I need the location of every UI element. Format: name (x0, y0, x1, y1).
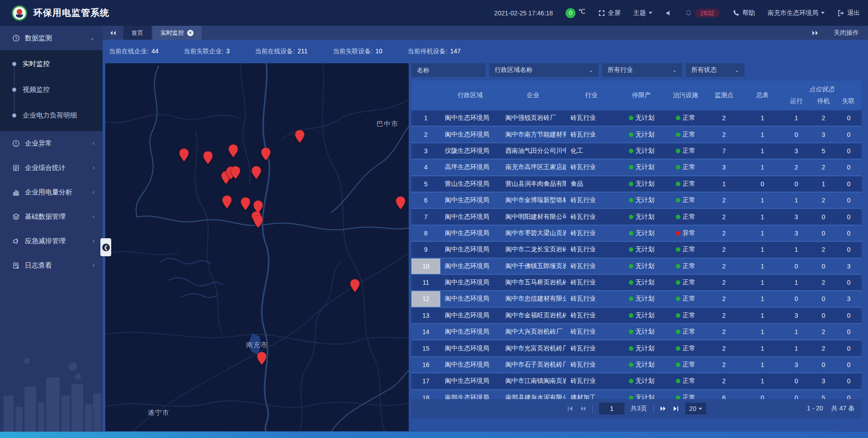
map-pin[interactable] (251, 166, 261, 179)
map-pin[interactable] (257, 352, 267, 365)
sidebar-group[interactable]: 企业异常‹ (0, 131, 103, 155)
table-row[interactable]: 13阆中生态环境局阆中市金福旺页岩机砖砖瓦行业无计划正常21300 (411, 308, 862, 324)
total-meters-cell: 1 (743, 328, 782, 335)
page-size-select[interactable]: 20 (685, 403, 706, 414)
map-pin[interactable] (179, 148, 189, 162)
map-pin[interactable] (350, 279, 360, 292)
sidebar-group[interactable]: 基础数据管理‹ (0, 204, 103, 229)
close-operations-button[interactable]: 关闭操作 (834, 29, 859, 37)
halt-status-cell: 无计划 (617, 180, 666, 188)
monitor-points-cell: 2 (705, 197, 743, 204)
table-row[interactable]: 6阆中生态环境局阆中市金博瑞新型墙材砖瓦行业无计划正常21120 (411, 193, 862, 209)
stopped-count-cell: 0 (811, 230, 836, 237)
facility-status-cell: 正常 (666, 131, 705, 139)
company-cell: 阆中市忠信建材有限公 (500, 295, 566, 303)
table-row[interactable]: 14阆中生态环境局阆中大兴页岩机砖厂砖瓦行业无计划正常21120 (411, 324, 862, 340)
facility-status-cell: 正常 (666, 377, 705, 385)
page-number-input[interactable] (599, 403, 624, 414)
table-row[interactable]: 16阆中生态环境局阆中市石子页岩机砖厂砖瓦行业无计划正常21300 (411, 357, 862, 373)
tabs-scroll-right-button[interactable] (812, 30, 818, 36)
table-row[interactable]: 7阆中生态环境局阆中明阳建材有限公司砖瓦行业无计划正常21300 (411, 209, 862, 225)
sidebar-subitem[interactable]: 实时监控 (0, 51, 103, 77)
monitor-points-cell: 2 (705, 114, 743, 122)
map-pin[interactable] (228, 144, 238, 158)
tabs-scroll-left-button[interactable] (103, 26, 123, 40)
table-row[interactable]: 8阆中生态环境局阆中市枣碧大梁山页岩砖瓦行业无计划异常21300 (411, 226, 862, 242)
notification-bell[interactable]: 2632 (685, 9, 720, 18)
lost-count-cell: 0 (836, 312, 862, 319)
facility-status-cell: 正常 (666, 328, 705, 336)
industry-cell: 砖瓦行业 (566, 311, 617, 320)
main-content: 当前在线企业:44当前失联企业:3当前在线设备:211当前失联设备:10当前停机… (103, 40, 868, 432)
table-row[interactable]: 5营山生态环境局营山县润丰肉食品有限食品无计划正常10010 (411, 176, 862, 193)
chevron-down-icon: ⌄ (667, 67, 677, 73)
sidebar-subitem-label: 企业电力负荷明细 (23, 111, 77, 120)
column-subheaders: 运行停机失联 (782, 97, 862, 105)
region-filter-select[interactable]: 行政区域名称 ⌄ (489, 63, 599, 77)
speaker-icon[interactable] (665, 9, 672, 17)
map-pin[interactable] (241, 197, 250, 211)
sidebar-group-label: 企业综合统计 (25, 164, 66, 172)
map-pin[interactable] (231, 166, 241, 179)
table-row[interactable]: 17阆中生态环境局阆中市江南镇阆南页岩砖瓦行业无计划正常21030 (411, 373, 862, 390)
help-button[interactable]: 帮助 (732, 9, 755, 17)
sidebar-subitem[interactable]: 视频监控 (0, 77, 103, 103)
status-filter-select[interactable]: 所有状态 ⌄ (686, 63, 745, 77)
name-search-input[interactable] (417, 66, 480, 74)
tab-close-icon[interactable]: × (187, 30, 193, 36)
sidebar-group[interactable]: 企业用电量分析‹ (0, 180, 103, 204)
map-roads (105, 63, 409, 431)
prev-page-button[interactable] (580, 405, 586, 412)
sidebar-group[interactable]: 应急减排管理‹ (0, 229, 103, 253)
next-page-button[interactable] (660, 405, 666, 412)
table-row[interactable]: 2阆中生态环境局阆中市南方节能建材有砖瓦行业无计划正常21030 (411, 127, 862, 143)
table-row[interactable]: 12阆中生态环境局阆中市忠信建材有限公砖瓦行业无计划正常21003 (411, 291, 862, 307)
map-pin[interactable] (203, 151, 213, 165)
map-city-label: 遂宁市 (147, 409, 169, 417)
sidebar-collapse-button[interactable]: ❮ (100, 238, 111, 256)
map-pin[interactable] (396, 196, 406, 210)
status-dot (676, 231, 680, 235)
map-pin[interactable] (261, 147, 271, 161)
sidebar-group-label: 基础数据管理 (25, 212, 66, 221)
fullscreen-button[interactable]: 全屏 (598, 9, 621, 17)
tab-realtime-monitor[interactable]: 实时监控 × (152, 26, 202, 40)
industry-cell: 砖瓦行业 (566, 213, 617, 221)
table-row[interactable]: 1阆中生态环境局阆中强锐页岩砖厂砖瓦行业无计划正常21120 (411, 110, 862, 127)
facility-status-cell: 正常 (666, 361, 705, 369)
sidebar-group[interactable]: 数据监测⌄ (0, 26, 103, 50)
theme-dropdown[interactable]: 主题 (633, 9, 652, 17)
facility-status-cell: 正常 (666, 278, 705, 287)
total-meters-cell: 1 (743, 230, 782, 237)
sidebar-group[interactable]: 日志查看‹ (0, 253, 103, 278)
total-meters-cell: 1 (743, 131, 782, 138)
logout-button[interactable]: 退出 (837, 9, 860, 17)
sidebar-subitem-label: 实时监控 (23, 60, 50, 68)
sidebar-group[interactable]: 企业综合统计‹ (0, 155, 103, 180)
table-row[interactable]: 11阆中生态环境局阆中市五马桥页岩机砖砖瓦行业无计划正常21120 (411, 275, 862, 291)
running-count-cell: 0 (782, 180, 811, 188)
status-count-item: 当前在线设备:211 (255, 47, 307, 56)
table-row[interactable]: 15阆中生态环境局阆中市光富页岩机砖厂砖瓦行业无计划正常21120 (411, 340, 862, 357)
table-row[interactable]: 4高坪生态环境局南充市高坪区王家店建砖瓦行业无计划正常31220 (411, 160, 862, 176)
chevron-left-icon: ‹ (93, 189, 94, 195)
map-pin[interactable] (222, 195, 232, 209)
company-cell: 南部县建兴水泥有限公 (500, 394, 566, 399)
org-dropdown[interactable]: 南充市生态环境局 (768, 9, 825, 17)
region-cell: 阆中生态环境局 (440, 377, 500, 385)
table-row[interactable]: 9阆中生态环境局阆中市二龙长宝页岩砖砖瓦行业无计划正常21120 (411, 242, 862, 258)
table-row[interactable]: 3仪陇生态环境局西南油气田分公司川中化工无计划正常71350 (411, 143, 862, 160)
map-panel[interactable]: 巴中市南充市遂宁市 (105, 63, 409, 431)
name-filter-input[interactable] (411, 63, 486, 77)
first-page-button[interactable] (567, 405, 573, 412)
running-count-cell: 1 (782, 328, 811, 335)
map-pin[interactable] (253, 215, 263, 228)
caret-down-icon (649, 12, 652, 14)
table-row[interactable]: 18南部生态环境局南部县建兴水泥有限公建材加工无计划正常60050 (411, 390, 862, 399)
industry-filter-select[interactable]: 所有行业 ⌄ (602, 63, 682, 77)
last-page-button[interactable] (673, 405, 679, 412)
map-pin[interactable] (295, 130, 305, 143)
sidebar-subitem[interactable]: 企业电力负荷明细 (0, 103, 103, 128)
tab-home[interactable]: 首页 (123, 26, 151, 40)
table-row[interactable]: 10阆中生态环境局阆中千佛镇五郎垭页岩砖瓦行业无计划正常21003 (411, 259, 862, 275)
